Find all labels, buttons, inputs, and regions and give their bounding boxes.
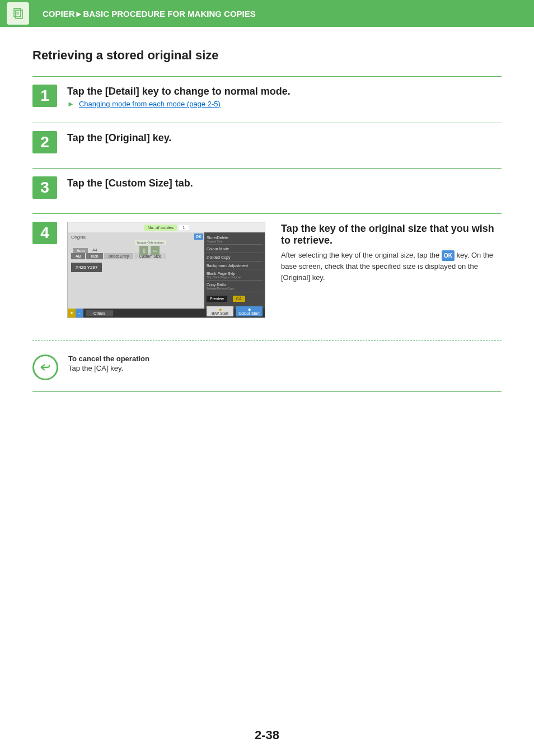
section-title: Retrieving a stored original size: [32, 48, 502, 63]
tab-inch[interactable]: Inch: [86, 253, 102, 259]
bw-label: B/W: [212, 311, 219, 315]
breadcrumb-sep: ►: [75, 9, 83, 18]
copies-label: No. of copies: [144, 225, 177, 231]
step-1-heading: Tap the [Detail] key to change to normal…: [67, 86, 502, 97]
copies-value[interactable]: 1: [179, 225, 188, 230]
breadcrumb-page[interactable]: BASIC PROCEDURE FOR MAKING COPIES: [83, 9, 255, 18]
document-stack-icon: [11, 7, 25, 20]
store-delete-sub: Original Size: [207, 240, 263, 244]
note-row: To cancel the operation Tap the [CA] key…: [32, 349, 502, 391]
star-icon[interactable]: ★: [68, 309, 76, 318]
back-arrow-icon: [32, 354, 58, 380]
sidebar-colour-mode[interactable]: Colour Mode: [207, 246, 263, 253]
diamond-icon: ◆: [219, 307, 222, 311]
dashed-divider: [32, 340, 502, 341]
sidebar-2sided[interactable]: 2-Sided Copy: [207, 254, 263, 262]
step-number-1: 1: [32, 85, 57, 107]
auto-button[interactable]: Auto: [73, 248, 88, 253]
ok-button[interactable]: OK: [194, 234, 204, 240]
step-3: 3 Tap the [Custom Size] tab.: [32, 169, 502, 213]
step-3-heading: Tap the [Custom Size] tab.: [67, 178, 502, 189]
note-title: To cancel the operation: [68, 354, 149, 363]
orientation-landscape-icon[interactable]: ▭: [151, 246, 160, 255]
panel-title: Original: [71, 235, 201, 240]
step-number-2: 2: [32, 131, 57, 153]
stored-size-button[interactable]: X420 Y297: [71, 263, 102, 272]
bw-sub: Start: [220, 311, 228, 315]
device-screenshot: No. of copies 1 Original OK Image Orient…: [67, 222, 265, 318]
step-2: 2 Tap the [Original] key.: [32, 123, 502, 168]
diamond-icon: ◆: [248, 307, 251, 311]
colour-start-button[interactable]: ◆ Colour Start: [236, 306, 263, 316]
sidebar-copy-ratio[interactable]: Copy Ratio Enlarge/Reduce Copy: [207, 282, 263, 292]
step-4-description: After selecting the key of the original …: [281, 250, 502, 283]
ca-button[interactable]: CA: [233, 296, 245, 302]
changing-mode-link[interactable]: Changing mode from each mode (page 2-5): [79, 100, 221, 108]
step-4-heading: Tap the key of the original size that yo…: [281, 223, 502, 246]
step-number-4: 4: [32, 222, 57, 244]
sidebar-blank-skip[interactable]: Blank Page Skip Skip Blank Page in Origi…: [207, 270, 263, 281]
copy-ratio-sub: Enlarge/Reduce Copy: [207, 287, 263, 291]
page-number: 2-38: [32, 728, 502, 756]
note-text: Tap the [CA] key.: [68, 364, 149, 372]
a4-label: A4: [92, 248, 97, 252]
orientation-portrait-icon[interactable]: ▯: [139, 246, 148, 255]
preview-button[interactable]: Preview: [207, 296, 227, 302]
breadcrumb-section[interactable]: COPIER: [43, 9, 75, 18]
step-number-3: 3: [32, 176, 57, 199]
step-1: 1 Tap the [Detail] key to change to norm…: [32, 77, 502, 123]
bw-start-button[interactable]: ◆ B/W Start: [207, 306, 233, 316]
link-arrow-icon: ►: [67, 100, 74, 108]
header-bar: COPIER ► BASIC PROCEDURE FOR MAKING COPI…: [0, 0, 534, 27]
chevron-down-icon[interactable]: ⌄: [76, 309, 83, 318]
others-button[interactable]: Others: [86, 310, 113, 316]
tab-direct-entry[interactable]: Direct Entry: [104, 253, 134, 259]
colour-label: Colour: [238, 311, 250, 315]
blank-skip-sub: Skip Blank Page in Original: [207, 276, 263, 279]
tab-ab[interactable]: AB: [71, 253, 85, 259]
image-orientation-label: Image Orientation: [135, 240, 166, 245]
divider: [32, 391, 502, 392]
sidebar-store-delete[interactable]: Store/Delete Original Size: [207, 235, 263, 245]
sidebar-background[interactable]: Background Adjustment: [207, 263, 263, 270]
ok-key-icon: OK: [442, 250, 455, 261]
step-2-heading: Tap the [Original] key.: [67, 132, 502, 144]
copier-icon: [7, 2, 29, 25]
desc-part-a: After selecting the key of the original …: [281, 251, 442, 259]
step-4: 4 No. of copies 1 Original OK Image Orie…: [32, 214, 502, 333]
colour-sub: Start: [251, 311, 260, 315]
